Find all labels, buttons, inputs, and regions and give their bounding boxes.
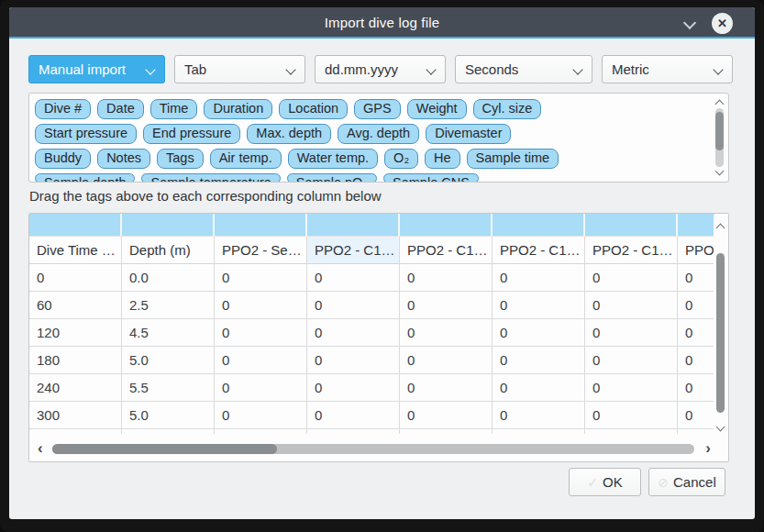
tag-gps[interactable]: GPS <box>354 99 401 119</box>
tag-water-temp[interactable]: Water temp. <box>288 149 378 169</box>
tag-dive[interactable]: Dive # <box>35 99 91 119</box>
tag-sample-po[interactable]: Sample pO₂ <box>287 173 377 182</box>
scroll-down-icon[interactable] <box>716 168 723 174</box>
tag-notes[interactable]: Notes <box>97 149 150 169</box>
tag-divemaster[interactable]: Divemaster <box>426 124 511 144</box>
dropdown-metric[interactable]: Metric <box>602 55 733 83</box>
preview-table: Dive Time …Depth (m)PPO2 - Se…PPO2 - C1…… <box>28 213 729 462</box>
scrollbar-thumb[interactable] <box>716 253 725 413</box>
scroll-left-icon[interactable]: ‹ <box>38 439 43 458</box>
dialog-buttons: ✓OK ⊘Cancel <box>569 468 725 496</box>
drop-target-cell[interactable] <box>215 214 307 237</box>
tag-row: BuddyNotesTagsAir temp.Water temp.O₂HeSa… <box>35 149 708 169</box>
tag-location[interactable]: Location <box>279 99 348 119</box>
table-vscrollbar[interactable] <box>714 215 727 438</box>
table-cell: 0 <box>307 374 400 402</box>
table-row: 00.0000000 <box>29 264 714 292</box>
tag-tags[interactable]: Tags <box>157 149 204 169</box>
table-cell: 0 <box>215 292 307 319</box>
scrollbar-track[interactable] <box>52 444 694 454</box>
dropdown-tab[interactable]: Tab <box>174 55 305 83</box>
table-cell: 0 <box>215 374 307 402</box>
chevron-down-icon <box>426 64 436 74</box>
table-hscrollbar[interactable]: ‹ › <box>30 439 713 460</box>
table-cell: 4.5 <box>122 319 215 347</box>
table-cell: 0 <box>678 347 714 374</box>
scroll-up-icon[interactable] <box>717 222 724 228</box>
dropdown-label: dd.mm.yyyy <box>325 61 398 77</box>
scroll-up-icon[interactable] <box>716 98 723 105</box>
ok-button[interactable]: ✓OK <box>569 468 641 496</box>
tag-palette-scrollbar[interactable] <box>713 95 726 180</box>
table-cell: 0 <box>585 319 678 347</box>
column-header-ppo2[interactable]: PPO2 <box>678 237 714 264</box>
scroll-down-icon[interactable] <box>717 424 724 430</box>
table-cell: 0 <box>585 347 678 374</box>
table-cell: 5.0 <box>122 347 215 374</box>
table-cell: 0 <box>400 319 493 347</box>
column-header-dive-time[interactable]: Dive Time … <box>29 237 122 264</box>
tag-row: Sample depthSample temperatureSample pO₂… <box>35 173 708 182</box>
cancel-button[interactable]: ⊘Cancel <box>648 468 725 496</box>
chevron-down-icon[interactable] <box>685 18 694 28</box>
scroll-right-icon[interactable]: › <box>705 439 711 458</box>
table-row: 1805.0000000 <box>29 347 714 374</box>
table-cell: 0 <box>215 264 307 292</box>
tag-sample-cns[interactable]: Sample CNS <box>383 173 479 182</box>
drop-target-cell[interactable] <box>29 214 122 237</box>
table-cell <box>400 429 493 434</box>
table-cell <box>585 429 678 434</box>
table-cell: 0 <box>400 292 493 319</box>
scrollbar-thumb[interactable] <box>715 112 724 150</box>
chevron-down-icon <box>285 64 295 74</box>
table-cell: 0 <box>678 264 714 292</box>
tag-sample-time[interactable]: Sample time <box>467 149 559 169</box>
tag-weight[interactable]: Weight <box>407 99 467 119</box>
tag-o[interactable]: O₂ <box>384 149 418 169</box>
tag-max-depth[interactable]: Max. depth <box>247 124 331 144</box>
dropdown-seconds[interactable]: Seconds <box>455 55 592 83</box>
tag-start-pressure[interactable]: Start pressure <box>35 124 137 144</box>
column-header-ppo2-c1[interactable]: PPO2 - C1… <box>585 237 678 264</box>
column-header-ppo2-c1[interactable]: PPO2 - C1… <box>400 237 493 264</box>
titlebar[interactable]: Import dive log file ✕ <box>9 7 755 39</box>
drop-target-cell[interactable] <box>493 214 585 237</box>
tag-time[interactable]: Time <box>150 99 198 119</box>
table-cell <box>122 429 215 434</box>
tag-end-pressure[interactable]: End pressure <box>143 124 240 144</box>
table-cell: 0 <box>678 374 714 402</box>
column-header-ppo2-c1[interactable]: PPO2 - C1… <box>493 237 585 264</box>
table-cell: 0.0 <box>122 264 215 292</box>
chevron-down-icon <box>713 64 723 74</box>
drop-target-cell[interactable] <box>400 214 493 237</box>
drop-target-row <box>29 214 714 237</box>
close-button[interactable]: ✕ <box>712 13 733 34</box>
drop-target-cell[interactable] <box>585 214 678 237</box>
tag-sample-depth[interactable]: Sample depth <box>35 173 135 182</box>
tag-sample-temperature[interactable]: Sample temperature <box>141 173 280 182</box>
table-grid: Dive Time …Depth (m)PPO2 - Se…PPO2 - C1…… <box>29 214 714 434</box>
dropdown-manual-import[interactable]: Manual import <box>28 55 165 83</box>
table-cell: 2.5 <box>122 292 215 319</box>
tag-air-temp[interactable]: Air temp. <box>210 149 282 169</box>
table-cell <box>307 429 400 434</box>
table-cell: 0 <box>307 402 400 429</box>
drop-target-cell[interactable] <box>307 214 400 237</box>
table-cell: 60 <box>29 292 122 319</box>
hscroll-thumb[interactable] <box>52 444 277 454</box>
column-header-depth-m[interactable]: Depth (m) <box>122 237 215 264</box>
tag-he[interactable]: He <box>425 149 460 169</box>
tag-cyl-size[interactable]: Cyl. size <box>473 99 542 119</box>
tag-duration[interactable]: Duration <box>204 99 272 119</box>
column-header-ppo2-se[interactable]: PPO2 - Se… <box>215 237 307 264</box>
drop-target-cell[interactable] <box>678 214 714 237</box>
tag-avg-depth[interactable]: Avg. depth <box>338 124 419 144</box>
tag-date[interactable]: Date <box>97 99 144 119</box>
table-row: 602.5000000 <box>29 292 714 319</box>
table-cell: 0 <box>400 374 493 402</box>
drop-target-cell[interactable] <box>122 214 215 237</box>
tag-buddy[interactable]: Buddy <box>35 149 91 169</box>
table-cell: 0 <box>493 319 585 347</box>
column-header-ppo2-c1[interactable]: PPO2 - C1… <box>307 237 400 264</box>
dropdown-dd-mm-yyyy[interactable]: dd.mm.yyyy <box>315 55 446 83</box>
